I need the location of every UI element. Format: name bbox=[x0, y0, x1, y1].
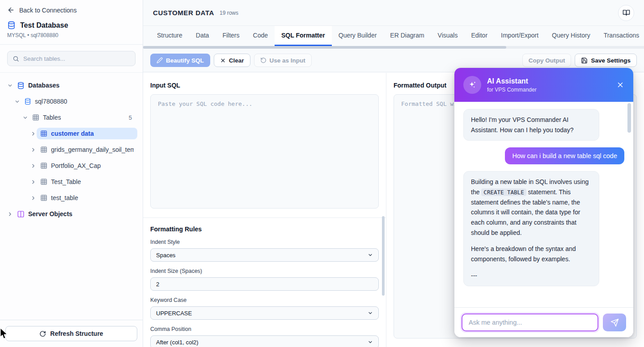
clear-button[interactable]: Clear bbox=[214, 54, 250, 67]
ai-close-button[interactable] bbox=[616, 81, 624, 89]
beautify-sql-button[interactable]: Beautify SQL bbox=[150, 54, 210, 67]
tree-item-sql7808880[interactable]: sql7808880 bbox=[5, 93, 137, 109]
refresh-structure-button[interactable]: Refresh Structure bbox=[5, 326, 137, 341]
connection-title: Test Database bbox=[20, 21, 68, 29]
ai-assistant-header: AI Assistant for VPS Commander bbox=[454, 68, 633, 102]
tab-filters[interactable]: Filters bbox=[216, 26, 246, 46]
tabs-scrollbar-thumb[interactable] bbox=[143, 46, 506, 49]
ai-assistant-panel: AI Assistant for VPS Commander Hello! I'… bbox=[454, 68, 633, 337]
database-icon bbox=[24, 98, 31, 105]
book-icon bbox=[623, 9, 630, 17]
rows-badge: 19 rows bbox=[220, 10, 238, 16]
table-icon bbox=[40, 178, 47, 185]
input-sql-title: Input SQL bbox=[150, 82, 379, 89]
tab-query-history[interactable]: Query History bbox=[545, 26, 597, 46]
tab-sql-formatter[interactable]: SQL Formatter bbox=[275, 26, 332, 46]
chevron-down-icon bbox=[368, 339, 373, 345]
indent-size-field[interactable] bbox=[150, 277, 379, 291]
indent-style-select[interactable]: Spaces bbox=[150, 248, 379, 262]
chevron-down-icon bbox=[368, 310, 373, 316]
ai-assistant-title: AI Assistant bbox=[487, 77, 537, 85]
save-icon bbox=[581, 57, 588, 64]
tab-code[interactable]: Code bbox=[246, 26, 275, 46]
chevron-right-icon bbox=[30, 179, 37, 185]
chevron-right-icon bbox=[6, 211, 13, 217]
indent-size-input[interactable] bbox=[156, 281, 373, 288]
chevron-right-icon bbox=[30, 131, 37, 137]
tab-bar: Structure Data Filters Code SQL Formatte… bbox=[143, 26, 644, 46]
tree-item-customer-data[interactable]: customer data bbox=[5, 125, 137, 142]
tab-data[interactable]: Data bbox=[189, 26, 216, 46]
tree-item-portfolio-ax-cap[interactable]: Portfolio_AX_Cap bbox=[5, 158, 137, 174]
database-icon bbox=[7, 21, 16, 29]
chevron-down-icon bbox=[13, 99, 21, 105]
tables-count: 5 bbox=[129, 114, 134, 121]
schema-tree: Databases sql7808880 Tables5 customer da… bbox=[0, 73, 143, 320]
inline-code: CREATE TABLE bbox=[481, 188, 526, 196]
tab-visuals[interactable]: Visuals bbox=[431, 26, 465, 46]
chevron-down-icon bbox=[368, 252, 373, 258]
sidebar: Back to Connections Test Database MYSQL … bbox=[0, 0, 143, 347]
search-icon bbox=[13, 55, 19, 62]
table-icon bbox=[40, 162, 47, 169]
docs-button[interactable] bbox=[618, 5, 634, 21]
table-icon bbox=[32, 114, 39, 121]
tabs-scrollbar[interactable] bbox=[143, 46, 644, 49]
table-icon bbox=[40, 130, 47, 137]
tab-transactions[interactable]: Transactions bbox=[597, 26, 644, 46]
chevron-down-icon bbox=[6, 83, 13, 88]
keyword-case-label: Keyword Case bbox=[150, 297, 379, 303]
indent-size-label: Indent Size (Spaces) bbox=[150, 268, 379, 274]
table-icon bbox=[40, 194, 47, 201]
assistant-message: Hello! I'm your VPS Commander AI Assista… bbox=[463, 109, 599, 141]
search-tables-input[interactable] bbox=[23, 55, 130, 62]
left-column-scrollbar-thumb[interactable] bbox=[382, 216, 385, 296]
tab-editor[interactable]: Editor bbox=[464, 26, 494, 46]
arrow-left-icon bbox=[7, 6, 15, 14]
refresh-icon bbox=[39, 330, 46, 337]
mouse-cursor bbox=[0, 328, 8, 339]
x-icon bbox=[220, 58, 226, 63]
server-objects-icon bbox=[17, 210, 25, 218]
ai-chat-area: Hello! I'm your VPS Commander AI Assista… bbox=[454, 102, 633, 307]
chat-scrollbar-thumb[interactable] bbox=[627, 103, 631, 133]
main-header: CUSTOMER DATA 19 rows bbox=[143, 0, 644, 26]
rotate-ccw-icon bbox=[260, 57, 267, 63]
table-icon bbox=[40, 146, 47, 153]
tab-query-builder[interactable]: Query Builder bbox=[332, 26, 384, 46]
tree-item-test-table-lower[interactable]: test_table bbox=[5, 190, 137, 206]
tree-item-databases[interactable]: Databases bbox=[5, 77, 137, 93]
search-tables-box[interactable] bbox=[7, 51, 136, 66]
input-sql-textarea[interactable]: Paste your SQL code here... bbox=[150, 94, 379, 209]
ai-input-bar bbox=[454, 307, 633, 337]
chevron-down-icon bbox=[21, 115, 29, 121]
pencil-icon bbox=[157, 57, 163, 63]
tree-item-tables[interactable]: Tables5 bbox=[5, 109, 137, 125]
tab-er-diagram[interactable]: ER Diagram bbox=[383, 26, 431, 46]
tab-structure[interactable]: Structure bbox=[150, 26, 189, 46]
chevron-right-icon bbox=[30, 195, 37, 201]
sidebar-header: Back to Connections Test Database MYSQL … bbox=[0, 0, 143, 45]
formatting-rules-title: Formatting Rules bbox=[150, 226, 379, 233]
input-column: Input SQL Paste your SQL code here... Fo… bbox=[143, 73, 386, 347]
assistant-message: Building a new table in SQL involves usi… bbox=[463, 171, 599, 286]
user-message: How can i build a new table sql code bbox=[505, 147, 624, 164]
comma-position-select[interactable]: After (col1, col2) bbox=[150, 335, 379, 347]
ask-anything-input[interactable] bbox=[462, 314, 598, 331]
save-settings-button[interactable]: Save Settings bbox=[575, 54, 637, 67]
use-as-input-button[interactable]: Use as Input bbox=[254, 54, 312, 67]
chevron-right-icon bbox=[30, 163, 37, 169]
tree-item-server-objects[interactable]: Server Objects bbox=[5, 206, 137, 222]
databases-icon bbox=[17, 82, 25, 89]
comma-position-label: Comma Position bbox=[150, 326, 379, 332]
copy-output-button[interactable]: Copy Output bbox=[522, 54, 572, 67]
chevron-right-icon bbox=[30, 147, 37, 153]
keyword-case-select[interactable]: UPPERCASE bbox=[150, 306, 379, 320]
tree-item-grids-germany[interactable]: grids_germany_daily_soil_temp bbox=[5, 142, 137, 158]
back-to-connections-link[interactable]: Back to Connections bbox=[7, 6, 136, 14]
tree-item-test-table-upper[interactable]: Test_Table bbox=[5, 174, 137, 190]
send-icon bbox=[610, 318, 619, 327]
send-button[interactable] bbox=[603, 314, 626, 331]
connection-subtitle: MYSQL • sql7808880 bbox=[7, 32, 136, 38]
tab-import-export[interactable]: Import/Export bbox=[494, 26, 545, 46]
